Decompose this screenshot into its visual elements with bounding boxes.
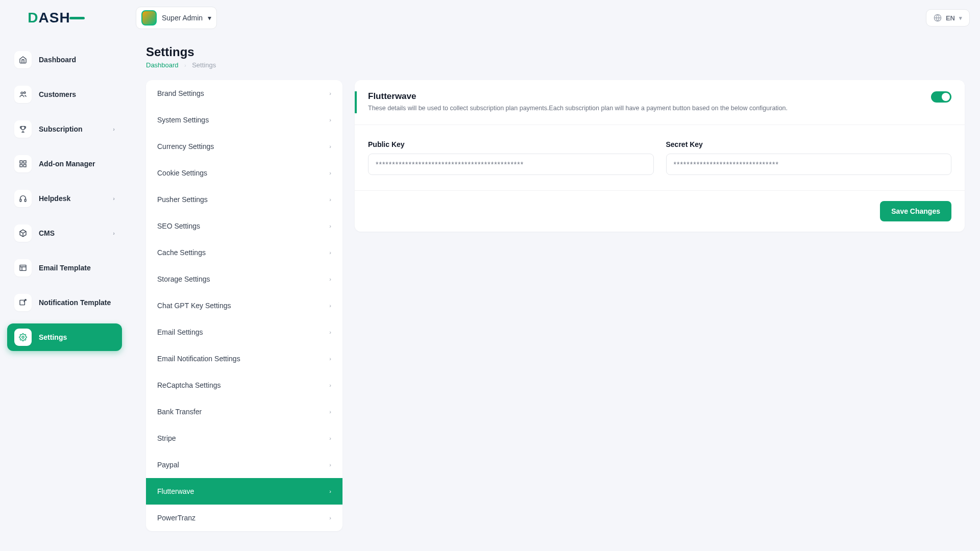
external-icon: [14, 294, 32, 311]
sidebar-item-label: Notification Template: [39, 298, 111, 307]
chevron-right-icon: ›: [329, 515, 331, 521]
sidebar-item-label: Email Template: [39, 264, 91, 272]
svg-rect-6: [23, 164, 26, 167]
settings-list: Brand Settings›System Settings›Currency …: [146, 80, 342, 531]
chevron-right-icon: ›: [329, 196, 331, 203]
settings-item-label: Pusher Settings: [157, 195, 208, 204]
sidebar-item-subscription[interactable]: Subscription›: [7, 115, 122, 143]
chevron-right-icon: ›: [329, 143, 331, 149]
sidebar: DashboardCustomersSubscription›Add-on Ma…: [7, 46, 122, 358]
sidebar-item-label: Subscription: [39, 125, 83, 133]
settings-item-label: Storage Settings: [157, 275, 210, 283]
settings-item-label: Cookie Settings: [157, 169, 207, 177]
settings-item-email-notification-settings[interactable]: Email Notification Settings›: [146, 345, 342, 372]
user-menu[interactable]: Super Admin ▾: [136, 7, 217, 29]
gear-icon: [14, 329, 32, 346]
chevron-right-icon: ›: [329, 249, 331, 256]
chevron-right-icon: ›: [329, 462, 331, 468]
chevron-right-icon: ›: [329, 435, 331, 441]
chevron-right-icon: ›: [329, 223, 331, 229]
sidebar-item-label: Add-on Manager: [39, 160, 95, 168]
settings-item-paypal[interactable]: Paypal›: [146, 452, 342, 478]
chevron-right-icon: ›: [329, 329, 331, 335]
settings-item-currency-settings[interactable]: Currency Settings›: [146, 133, 342, 160]
box-icon: [14, 224, 32, 242]
settings-item-system-settings[interactable]: System Settings›: [146, 107, 342, 133]
svg-rect-5: [20, 164, 22, 167]
svg-point-2: [24, 92, 26, 93]
settings-item-brand-settings[interactable]: Brand Settings›: [146, 80, 342, 107]
public-key-input[interactable]: [368, 154, 654, 175]
breadcrumb: Dashboard › Settings: [146, 61, 965, 69]
settings-item-seo-settings[interactable]: SEO Settings›: [146, 213, 342, 239]
sidebar-item-label: Dashboard: [39, 56, 76, 64]
settings-item-bank-transfer[interactable]: Bank Transfer›: [146, 398, 342, 425]
chevron-right-icon: ›: [329, 356, 331, 362]
chevron-right-icon: ›: [113, 195, 115, 202]
home-icon: [14, 51, 32, 68]
globe-icon: [934, 14, 942, 22]
svg-rect-8: [24, 199, 26, 202]
secret-key-input[interactable]: [666, 154, 952, 175]
sidebar-item-add-on-manager[interactable]: Add-on Manager: [7, 150, 122, 178]
settings-item-cache-settings[interactable]: Cache Settings›: [146, 239, 342, 266]
sidebar-item-notification-template[interactable]: Notification Template: [7, 289, 122, 316]
settings-item-label: ReCaptcha Settings: [157, 381, 221, 389]
sidebar-item-email-template[interactable]: Email Template: [7, 254, 122, 282]
layout-icon: [14, 259, 32, 277]
chevron-down-icon: ▾: [959, 15, 962, 21]
sidebar-item-settings[interactable]: Settings: [7, 323, 122, 351]
settings-item-email-settings[interactable]: Email Settings›: [146, 319, 342, 345]
svg-rect-3: [20, 161, 22, 163]
sidebar-item-cms[interactable]: CMS›: [7, 219, 122, 247]
chevron-right-icon: ›: [329, 303, 331, 309]
sidebar-item-dashboard[interactable]: Dashboard: [7, 46, 122, 73]
settings-item-cookie-settings[interactable]: Cookie Settings›: [146, 160, 342, 186]
chevron-right-icon: ›: [329, 276, 331, 282]
logo: DASH: [10, 10, 102, 26]
chevron-right-icon: ›: [184, 63, 186, 68]
settings-item-pusher-settings[interactable]: Pusher Settings›: [146, 186, 342, 213]
trophy-icon: [14, 120, 32, 138]
users-icon: [14, 86, 32, 103]
settings-item-label: Brand Settings: [157, 89, 204, 97]
sidebar-item-customers[interactable]: Customers: [7, 81, 122, 108]
settings-item-stripe[interactable]: Stripe›: [146, 425, 342, 452]
sidebar-item-label: CMS: [39, 229, 55, 237]
user-role-label: Super Admin: [162, 14, 203, 22]
language-selector[interactable]: EN ▾: [926, 9, 970, 27]
settings-item-label: Email Settings: [157, 328, 203, 336]
svg-rect-9: [20, 265, 26, 271]
chevron-right-icon: ›: [329, 117, 331, 123]
chevron-right-icon: ›: [329, 488, 331, 494]
settings-item-chat-gpt-key-settings[interactable]: Chat GPT Key Settings›: [146, 292, 342, 319]
enable-toggle[interactable]: [931, 91, 951, 103]
settings-item-label: Bank Transfer: [157, 408, 202, 416]
breadcrumb-current: Settings: [192, 61, 216, 69]
svg-point-11: [22, 336, 24, 338]
svg-rect-7: [20, 199, 21, 202]
settings-item-recaptcha-settings[interactable]: ReCaptcha Settings›: [146, 372, 342, 398]
save-button[interactable]: Save Changes: [880, 201, 951, 221]
settings-item-label: Paypal: [157, 461, 179, 469]
chevron-right-icon: ›: [329, 90, 331, 96]
settings-item-label: SEO Settings: [157, 222, 200, 230]
breadcrumb-home[interactable]: Dashboard: [146, 61, 179, 69]
chevron-right-icon: ›: [329, 382, 331, 388]
panel-title: Flutterwave: [368, 91, 923, 102]
settings-item-label: System Settings: [157, 116, 209, 124]
language-label: EN: [946, 14, 955, 22]
page-title: Settings: [146, 45, 965, 59]
settings-item-flutterwave[interactable]: Flutterwave›: [146, 478, 342, 505]
settings-item-powertranz[interactable]: PowerTranz›: [146, 505, 342, 531]
settings-item-label: Currency Settings: [157, 142, 214, 151]
svg-point-1: [21, 92, 23, 94]
svg-rect-10: [20, 300, 24, 305]
settings-panel: Flutterwave These details will be used t…: [355, 80, 965, 232]
settings-item-storage-settings[interactable]: Storage Settings›: [146, 266, 342, 292]
settings-item-label: Flutterwave: [157, 487, 194, 495]
sidebar-item-helpdesk[interactable]: Helpdesk›: [7, 185, 122, 212]
chevron-right-icon: ›: [113, 126, 115, 132]
avatar: [141, 10, 157, 26]
secret-key-label: Secret Key: [666, 140, 952, 148]
